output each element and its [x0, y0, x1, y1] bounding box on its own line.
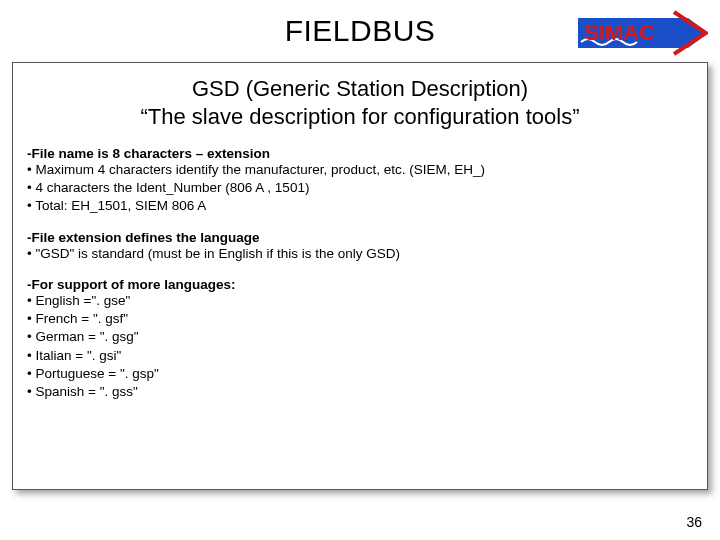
- block1-l1: • Maximum 4 characters identify the manu…: [27, 161, 693, 179]
- block3-l1: • English =". gse": [27, 292, 693, 310]
- block3-l4: • Italian = ". gsi": [27, 347, 693, 365]
- block-filename: -File name is 8 characters – extension •…: [27, 146, 693, 216]
- block3-l5: • Portuguese = ". gsp": [27, 365, 693, 383]
- logo-text: SIMAC: [584, 20, 655, 45]
- header: FIELDBUS SIMAC: [0, 0, 720, 60]
- subtitle-line1: GSD (Generic Station Description): [192, 76, 528, 101]
- block1-head: -File name is 8 characters – extension: [27, 146, 693, 161]
- block3-l3: • German = ". gsg": [27, 328, 693, 346]
- slide: FIELDBUS SIMAC GSD (Generic Station Desc…: [0, 0, 720, 540]
- subtitle-line2: “The slave description for configuration…: [141, 104, 580, 129]
- block1-l3: • Total: EH_1501, SIEM 806 A: [27, 197, 693, 215]
- block-extension: -File extension defines the language • "…: [27, 230, 693, 263]
- block1-l2: • 4 characters the Ident_Number (806 A ,…: [27, 179, 693, 197]
- block3-l6: • Spanish = ". gss": [27, 383, 693, 401]
- block-languages: -For support of more languages: • Englis…: [27, 277, 693, 401]
- logo: SIMAC: [578, 8, 708, 58]
- block3-l2: • French = ". gsf": [27, 310, 693, 328]
- page-number: 36: [686, 514, 702, 530]
- block3-head: -For support of more languages:: [27, 277, 693, 292]
- block2-head: -File extension defines the language: [27, 230, 693, 245]
- subtitle: GSD (Generic Station Description) “The s…: [27, 75, 693, 130]
- block2-l1: • "GSD" is standard (must be in English …: [27, 245, 693, 263]
- content-box: GSD (Generic Station Description) “The s…: [12, 62, 708, 490]
